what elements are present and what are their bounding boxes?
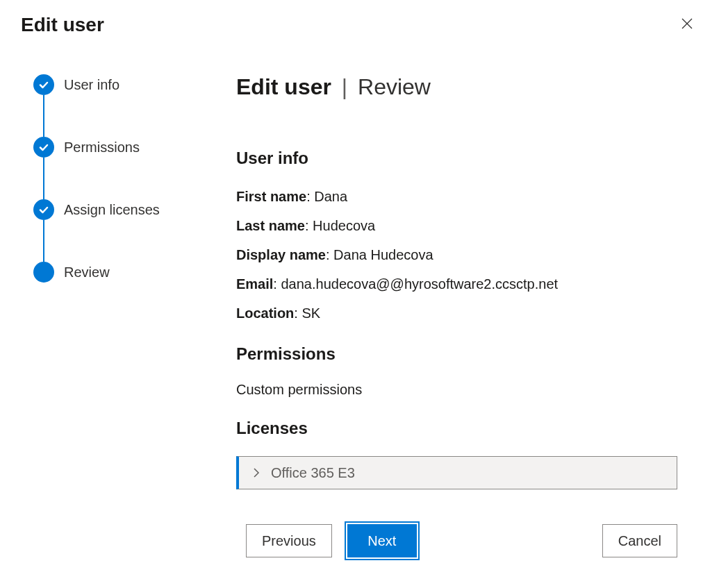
step-connector	[43, 95, 44, 137]
wizard-buttons: Previous Next Cancel	[236, 524, 677, 557]
main-title-primary: Edit user	[236, 74, 331, 99]
previous-button[interactable]: Previous	[246, 524, 332, 557]
field-label: Last name	[236, 218, 305, 233]
field-location: Location: SK	[236, 303, 677, 324]
check-icon	[38, 142, 49, 153]
section-heading-user-info: User info	[236, 149, 677, 168]
check-icon	[38, 79, 49, 90]
field-label: First name	[236, 189, 306, 204]
permissions-summary: Custom permissions	[236, 382, 677, 398]
step-label: User info	[64, 77, 119, 93]
license-row[interactable]: Office 365 E3	[236, 456, 677, 489]
field-label: Location	[236, 305, 294, 321]
main-title-secondary: Review	[358, 74, 431, 99]
close-button[interactable]	[676, 14, 698, 36]
license-name: Office 365 E3	[271, 465, 355, 481]
field-value: dana.hudecova@@hyrosoftware2.ccsctp.net	[281, 276, 558, 292]
step-complete-icon	[33, 137, 54, 158]
panel-header: Edit user	[21, 14, 698, 36]
field-value: Hudecova	[313, 218, 375, 233]
step-label: Review	[64, 264, 110, 280]
user-info-fields: First name: Dana Last name: Hudecova Dis…	[236, 186, 677, 324]
main-content: Edit user | Review User info First name:…	[222, 74, 698, 557]
step-complete-icon	[33, 199, 54, 220]
step-complete-icon	[33, 74, 54, 95]
field-label: Email	[236, 276, 273, 292]
field-first-name: First name: Dana	[236, 186, 677, 207]
step-review[interactable]: Review	[33, 262, 222, 283]
field-value: SK	[301, 305, 320, 321]
field-last-name: Last name: Hudecova	[236, 215, 677, 236]
field-value: Dana Hudecova	[333, 247, 433, 262]
section-heading-permissions: Permissions	[236, 344, 677, 364]
step-connector	[43, 158, 44, 199]
next-button[interactable]: Next	[347, 524, 417, 557]
step-label: Permissions	[64, 140, 140, 156]
field-display-name: Display name: Dana Hudecova	[236, 244, 677, 265]
field-value: Dana	[314, 189, 347, 204]
close-icon	[681, 18, 693, 29]
step-connector	[43, 220, 44, 262]
main-title-separator: |	[342, 74, 347, 99]
edit-user-panel: Edit user User info	[0, 0, 719, 588]
step-assign-licenses[interactable]: Assign licenses	[33, 199, 222, 220]
field-email: Email: dana.hudecova@@hyrosoftware2.ccsc…	[236, 274, 677, 294]
main-title: Edit user | Review	[236, 74, 677, 100]
field-label: Display name	[236, 247, 326, 262]
check-icon	[38, 204, 49, 215]
chevron-right-icon	[249, 468, 264, 478]
step-user-info[interactable]: User info	[33, 74, 222, 95]
step-permissions[interactable]: Permissions	[33, 137, 222, 158]
section-heading-licenses: Licenses	[236, 419, 677, 438]
panel-title: Edit user	[21, 14, 104, 36]
wizard-stepper: User info Permissions Assign l	[21, 74, 222, 557]
cancel-button[interactable]: Cancel	[602, 524, 677, 557]
step-current-icon	[33, 262, 54, 283]
step-label: Assign licenses	[64, 202, 160, 218]
